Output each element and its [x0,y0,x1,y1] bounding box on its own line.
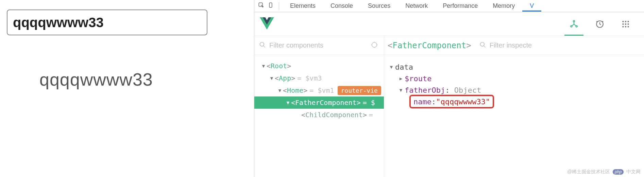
svg-point-16 [372,42,377,47]
vue-devtools-body: ▼ <Root> ▼ <App> = $vm3 ▼ <Home> = $vm1 … [254,36,644,177]
inspector-filter-input[interactable] [490,41,558,49]
svg-point-13 [625,26,626,27]
svg-point-12 [622,26,624,27]
chevron-down-icon: ▼ [388,64,395,70]
timeline-tool-icon[interactable] [590,15,609,34]
tab-network[interactable]: Network [398,0,435,12]
tab-console[interactable]: Console [323,0,360,12]
tree-node-app[interactable]: ▼ <App> = $vm3 [254,72,384,84]
devtools-tabbar: Elements Console Sources Network Perform… [254,0,644,12]
router-view-badge: router-vie [338,86,381,95]
watermark: @稀土掘金技术社区 php 中文网 [567,169,641,175]
settings-tool-icon[interactable] [616,15,635,34]
svg-point-15 [260,42,264,46]
tree-node-child-component[interactable]: <ChildComponent> = [254,109,384,121]
tab-elements[interactable]: Elements [283,0,323,12]
component-filter-row [254,36,384,55]
components-tool-icon[interactable] [564,13,583,36]
tab-memory[interactable]: Memory [485,0,522,12]
svg-point-10 [625,23,626,24]
chevron-down-icon: ▼ [397,87,405,93]
inspector-header: <FatherComponent> [384,36,644,55]
chevron-down-icon: ▼ [277,88,283,93]
php-badge-icon: php [613,169,624,175]
svg-point-17 [480,42,484,46]
inspector-data: ▼ data ▶ $route ▼ fatherObj: Object name… [384,55,644,113]
tree-node-root[interactable]: ▼ <Root> [254,60,384,72]
data-route[interactable]: ▶ $route [388,73,641,84]
tab-separator [279,2,279,10]
component-tree-panel: ▼ <Root> ▼ <App> = $vm3 ▼ <Home> = $vm1 … [254,36,384,177]
chevron-down-icon: ▼ [285,100,291,105]
component-inspector-panel: <FatherComponent> ▼ data ▶ $route [384,36,644,177]
tab-vue-cutoff[interactable]: V [522,0,541,12]
tree-node-home[interactable]: ▼ <Home> = $vm1 router-vie [254,84,384,96]
inspect-element-icon[interactable] [256,2,266,10]
device-toggle-icon[interactable] [266,2,275,10]
svg-point-14 [627,26,629,27]
svg-point-2 [573,20,575,22]
chevron-down-icon: ▼ [260,63,267,69]
svg-point-11 [627,23,629,24]
chevron-down-icon: ▼ [269,75,275,81]
tab-performance[interactable]: Performance [435,0,485,12]
data-fatherobj[interactable]: ▼ fatherObj: Object [388,84,641,96]
vue-devtools-toolbar [254,12,644,36]
select-component-icon[interactable] [370,41,379,50]
search-icon [479,41,486,50]
devtools-panel: Elements Console Sources Network Perform… [254,0,644,177]
search-icon [259,41,266,50]
selected-component-label: <FatherComponent> [388,41,471,50]
highlighted-value: name: "qqqqwwww33" [409,95,494,108]
name-display-text: qqqqwwww33 [39,69,247,90]
vue-logo-icon [260,17,274,31]
svg-point-8 [627,21,629,22]
data-fatherobj-name[interactable]: name: "qqqqwwww33" [388,96,641,107]
component-tree: ▼ <Root> ▼ <App> = $vm3 ▼ <Home> = $vm1 … [254,55,384,121]
chevron-right-icon: ▶ [397,76,405,81]
tree-node-father-component[interactable]: ▼ <FatherComponent> = $ [254,96,384,109]
component-filter-input[interactable] [269,41,370,49]
app-preview-panel: qqqqwwww33 [0,0,254,177]
svg-point-9 [622,23,624,24]
svg-point-7 [625,21,626,22]
name-input[interactable] [7,10,207,35]
tab-sources[interactable]: Sources [360,0,398,12]
svg-rect-1 [269,3,272,7]
data-section[interactable]: ▼ data [388,61,641,73]
svg-point-6 [622,21,624,22]
